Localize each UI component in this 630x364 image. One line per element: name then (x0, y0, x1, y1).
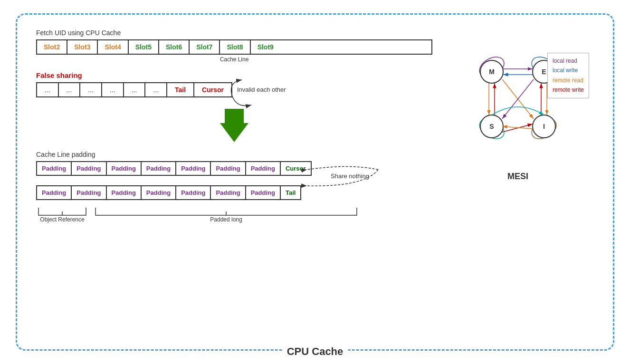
slot8-cell: Slot8 (220, 40, 250, 54)
pad2-3: Padding (107, 186, 142, 199)
slot4-cell: Slot4 (98, 40, 128, 54)
outer-container: CPU Cache Fetch UID using CPU Cache Slot… (16, 13, 614, 351)
fetch-label: Fetch UID using CPU Cache (36, 29, 432, 37)
svg-text:Invalid each other: Invalid each other (237, 86, 286, 93)
svg-text:E: E (542, 68, 546, 76)
false-cell-1: ... (37, 83, 59, 96)
pad1-1: Padding (37, 162, 72, 175)
pad2-2: Padding (72, 186, 106, 199)
svg-text:Share nothing: Share nothing (331, 172, 369, 180)
pad2-5: Padding (176, 186, 211, 199)
false-cell-2: ... (59, 83, 81, 96)
false-cursor-cell: Cursor (194, 83, 231, 96)
slot7-cell: Slot7 (190, 40, 220, 54)
pad1-2: Padding (72, 162, 106, 175)
pad1-3: Padding (107, 162, 142, 175)
false-sharing-row: ... ... ... ... ... ... Tail Cursor (36, 82, 232, 97)
legend-remote-write: remote write (553, 85, 584, 95)
pad2-tail: Tail (281, 186, 300, 199)
cpu-cache-label: CPU Cache (282, 345, 348, 358)
pad1-4: Padding (142, 162, 176, 175)
mesi-title: MESI (507, 172, 528, 182)
share-nothing-svg: Share nothing (302, 161, 407, 199)
legend-local-read: local read (553, 56, 584, 66)
false-tail-cell: Tail (167, 83, 194, 96)
pad1-7: Padding (246, 162, 281, 175)
pad1-6: Padding (211, 162, 246, 175)
false-cell-3: ... (80, 83, 102, 96)
padding-label: Cache Line padding (36, 151, 432, 158)
main-content: Fetch UID using CPU Cache Slot2 Slot3 Sl… (36, 29, 594, 326)
svg-text:S: S (489, 123, 494, 130)
section-fetch: Fetch UID using CPU Cache Slot2 Slot3 Sl… (36, 29, 432, 63)
slot6-cell: Slot6 (159, 40, 190, 54)
pad2-7: Padding (246, 186, 281, 199)
svg-text:M: M (489, 68, 495, 76)
bracket-pad-svg (93, 207, 359, 216)
mesi-legend: local read local write remote read remot… (547, 53, 589, 98)
bracket-obj-svg (36, 207, 88, 216)
invalid-arrow-svg: Invalid each other (228, 77, 313, 115)
padding-row-2: Padding Padding Padding Padding Padding … (36, 185, 301, 200)
slot9-cell: Slot9 (251, 40, 280, 54)
right-panel: M E S I (442, 29, 594, 326)
section-padding: Cache Line padding Padding Padding Paddi… (36, 151, 432, 223)
padded-long-label: Padded long (210, 216, 242, 223)
cache-line-sublabel: Cache Line (36, 56, 432, 63)
slot5-cell: Slot5 (129, 40, 159, 54)
pad1-5: Padding (176, 162, 211, 175)
cache-line-row: Slot2 Slot3 Slot4 Slot5 Slot6 Slot7 Slot… (36, 39, 432, 55)
legend-local-write: local write (553, 66, 584, 75)
false-cell-4: ... (102, 83, 124, 96)
false-cell-6: ... (145, 83, 167, 96)
false-cell-5: ... (124, 83, 146, 96)
pad2-6: Padding (211, 186, 246, 199)
svg-text:I: I (543, 123, 545, 130)
slot2-cell: Slot2 (37, 40, 67, 54)
section-false: False sharing ... ... ... ... ... ... Ta… (36, 71, 432, 97)
mesi-wrapper: M E S I (451, 34, 584, 169)
pad2-1: Padding (37, 186, 72, 199)
left-panel: Fetch UID using CPU Cache Slot2 Slot3 Sl… (36, 29, 432, 326)
padding-row-1: Padding Padding Padding Padding Padding … (36, 161, 312, 176)
legend-remote-read: remote read (553, 76, 584, 85)
pad2-4: Padding (142, 186, 176, 199)
object-reference-label: Object Reference (40, 216, 84, 223)
slot3-cell: Slot3 (67, 40, 98, 54)
